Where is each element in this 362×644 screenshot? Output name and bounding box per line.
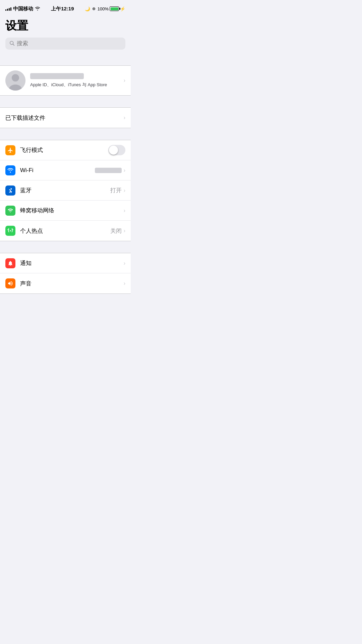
hotspot-label: 个人热点: [20, 227, 110, 235]
wifi-value-blurred: [95, 168, 122, 173]
cellular-right: ›: [123, 208, 125, 214]
wifi-status-icon: [35, 6, 40, 11]
downloaded-profile-right: ›: [123, 115, 125, 121]
airplane-mode-icon: [5, 145, 15, 155]
notifications-section: 通知 › 声音 ›: [0, 253, 131, 294]
cellular-icon: [5, 206, 15, 216]
chevron-icon: ›: [124, 187, 125, 194]
wifi-right: ›: [95, 167, 125, 173]
sounds-content: 声音: [20, 280, 123, 287]
search-icon: [9, 41, 15, 47]
hotspot-row[interactable]: 个人热点 关闭 ›: [0, 221, 131, 241]
bluetooth-content: 蓝牙: [20, 186, 110, 194]
wifi-row[interactable]: Wi-Fi ›: [0, 160, 131, 180]
bluetooth-label: 蓝牙: [20, 186, 110, 194]
apple-id-info: Apple ID、iCloud、iTunes 与 App Store: [30, 73, 123, 88]
airplane-mode-label: 飞行模式: [20, 146, 108, 154]
downloaded-profile-label: 已下载描述文件: [5, 114, 123, 122]
chevron-icon: ›: [124, 167, 125, 173]
apple-id-section: Apple ID、iCloud、iTunes 与 App Store ›: [0, 65, 131, 96]
airplane-mode-toggle[interactable]: [108, 145, 125, 155]
cellular-row[interactable]: 蜂窝移动网络 ›: [0, 201, 131, 221]
apple-id-chevron: ›: [123, 77, 125, 84]
section-gap-2: [0, 96, 131, 107]
airplane-mode-content: 飞行模式: [20, 146, 108, 154]
svg-point-3: [12, 74, 19, 82]
notifications-label: 通知: [20, 259, 123, 267]
notifications-icon: [5, 258, 15, 268]
signal-bars: [5, 7, 11, 11]
sounds-right: ›: [123, 280, 125, 286]
sounds-icon: [5, 278, 15, 288]
charging-icon: ⚡: [120, 6, 125, 11]
toggle-thumb: [109, 146, 118, 155]
status-left: 中国移动: [5, 6, 40, 12]
bluetooth-row[interactable]: 蓝牙 打开 ›: [0, 180, 131, 201]
status-right: 🌙 ⊕ 100% ⚡: [85, 6, 125, 11]
search-container[interactable]: [0, 36, 131, 54]
apple-id-subtitle: Apple ID、iCloud、iTunes 与 App Store: [30, 82, 107, 87]
svg-line-1: [13, 44, 14, 45]
chevron-icon: ›: [124, 260, 125, 266]
carrier-name: 中国移动: [13, 6, 33, 12]
search-input[interactable]: [17, 40, 121, 47]
wifi-label: Wi-Fi: [20, 167, 95, 174]
apple-id-name-blurred: [30, 73, 84, 79]
bluetooth-icon: [5, 185, 15, 196]
battery-fill: [111, 7, 118, 10]
chevron-icon: ›: [124, 77, 125, 84]
battery-icon: [110, 6, 119, 11]
avatar: [5, 70, 25, 91]
chevron-icon: ›: [124, 115, 125, 121]
bluetooth-value: 打开: [110, 186, 122, 194]
chevron-icon: ›: [124, 280, 125, 286]
cellular-label: 蜂窝移动网络: [20, 207, 123, 214]
hotspot-right: 关闭 ›: [110, 227, 125, 235]
profile-section: 已下载描述文件 ›: [0, 107, 131, 128]
airplane-mode-row[interactable]: 飞行模式: [0, 140, 131, 160]
moon-icon: 🌙: [85, 6, 90, 11]
sounds-label: 声音: [20, 280, 123, 287]
notifications-right: ›: [123, 260, 125, 266]
chevron-icon: ›: [124, 228, 125, 234]
downloaded-profile-content: 已下载描述文件: [5, 114, 123, 122]
sounds-row[interactable]: 声音 ›: [0, 273, 131, 293]
battery-container: 100% ⚡: [98, 6, 125, 11]
bluetooth-right: 打开 ›: [110, 186, 125, 194]
status-bar: 中国移动 上午12:19 🌙 ⊕ 100% ⚡: [0, 0, 131, 15]
chevron-icon: ›: [124, 208, 125, 214]
section-gap-3: [0, 128, 131, 140]
notifications-content: 通知: [20, 259, 123, 267]
wifi-content: Wi-Fi: [20, 167, 95, 174]
hotspot-value: 关闭: [110, 227, 122, 235]
cellular-content: 蜂窝移动网络: [20, 207, 123, 214]
downloaded-profile-row[interactable]: 已下载描述文件 ›: [0, 108, 131, 128]
battery-percent: 100%: [98, 6, 109, 11]
section-gap-4: [0, 241, 131, 253]
notifications-row[interactable]: 通知 ›: [0, 253, 131, 273]
search-bar[interactable]: [5, 38, 125, 50]
wifi-settings-icon: [5, 165, 15, 175]
apple-id-row[interactable]: Apple ID、iCloud、iTunes 与 App Store ›: [0, 66, 131, 95]
lock-icon: ⊕: [92, 6, 96, 11]
page-title: 设置: [5, 18, 125, 34]
status-time: 上午12:19: [51, 6, 74, 12]
connectivity-section: 飞行模式 Wi-Fi › 蓝牙: [0, 140, 131, 241]
page-title-container: 设置: [0, 15, 131, 36]
hotspot-content: 个人热点: [20, 227, 110, 235]
section-gap-1: [0, 54, 131, 65]
hotspot-icon: [5, 226, 15, 236]
